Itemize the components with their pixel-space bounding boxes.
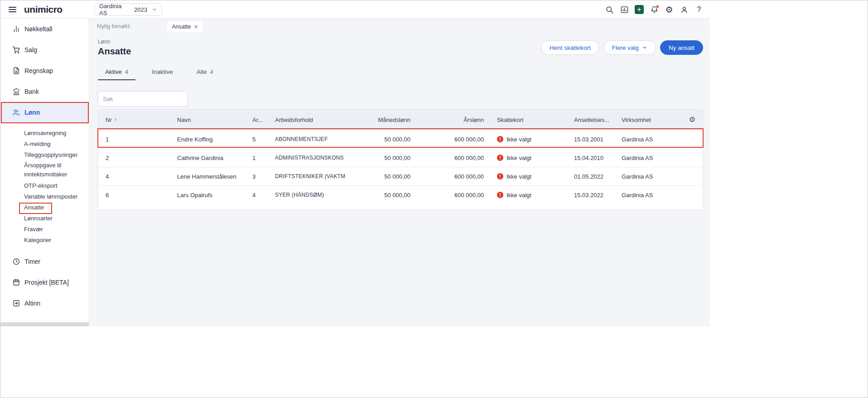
employee-row[interactable]: 6 Lars Opalrufs 4 SYER (HÅNDSØM) 50 000,… [98, 185, 703, 204]
sidebar-item-label: Lønn [24, 109, 40, 116]
tab-count: 4 [125, 68, 129, 75]
app-window: unimicro Gardinia AS 2023 [0, 0, 868, 398]
tab-inaktive[interactable]: Inaktive [145, 68, 180, 80]
tab-alle[interactable]: Alle4 [189, 68, 221, 80]
submenu-item-fravaer[interactable]: Fravær [0, 223, 89, 234]
sidebar-item-prosjekt[interactable]: Prosjekt [BETA] [0, 272, 89, 293]
bank-icon [12, 87, 20, 96]
employee-row[interactable]: 2 Cathrine Gardinia 1 ADMINISTRASJONSKON… [98, 148, 703, 167]
notifications-bell-icon[interactable] [650, 5, 659, 14]
sidebar-item-label: Bank [24, 88, 39, 95]
column-header-ar[interactable]: Ar... [252, 116, 275, 123]
error-icon: ! [497, 155, 503, 161]
altinn-icon [12, 299, 20, 307]
submenu-item-otp-eksport[interactable]: OTP-eksport [0, 180, 89, 191]
column-header-arslonn[interactable]: Årslønn [413, 116, 486, 123]
settings-gear-icon[interactable]: ⚙ [665, 5, 674, 14]
sidebar-item-label: Regnskap [24, 67, 53, 74]
sort-asc-icon: ↑ [114, 117, 117, 123]
page-title: Ansatte [98, 46, 131, 57]
user-profile-icon[interactable] [680, 5, 689, 14]
column-header-arbeidsforhold[interactable]: Arbeidsforhold [275, 116, 359, 123]
sidebar-item-altinn[interactable]: Altinn [0, 293, 89, 314]
filter-icon[interactable] [187, 92, 188, 106]
tab-count: 4 [210, 68, 213, 75]
column-header-skattekort[interactable]: Skattekort [486, 116, 565, 123]
submenu-item-lonnsavregning[interactable]: Lønnsavregning [0, 127, 89, 138]
employees-table: Nr↑ Navn Ar... Arbeidsforhold Månedslønn… [98, 109, 703, 210]
tab-aktive[interactable]: Aktive4 [98, 68, 135, 80]
sidebar-item-label: Prosjekt [BETA] [24, 279, 69, 286]
submenu-item-tilleggsopplysninger[interactable]: Tilleggsopplysninger [0, 149, 89, 160]
ledger-icon [12, 67, 20, 75]
clock-icon [12, 257, 20, 266]
sidebar-item-label: Salg [24, 46, 37, 53]
recent-tab-ansatte[interactable]: Ansatte × [167, 21, 203, 32]
column-header-navn[interactable]: Navn [177, 116, 252, 123]
sidebar-scrollbar[interactable] [0, 322, 89, 326]
cart-icon [12, 46, 20, 54]
topbar-icons: ⚙ ? [605, 0, 704, 19]
submenu-item-variable-lonnsposter[interactable]: Variable lønnsposter [0, 191, 89, 202]
notification-badge [656, 5, 659, 8]
column-header-manedslonn[interactable]: Månedslønn [359, 116, 413, 123]
search-input[interactable] [98, 96, 187, 102]
flere-valg-button[interactable]: Flere valg [603, 40, 656, 55]
main-area: Nylig besøkt: Ansatte × Lønn Ansatte Hen… [89, 19, 710, 326]
app-logo: unimicro [24, 4, 63, 15]
hent-skattekort-button[interactable]: Hent skattekort [541, 40, 599, 55]
bar-chart-icon [12, 25, 20, 33]
company-selector[interactable]: Gardinia AS 2023 [94, 3, 162, 16]
column-settings-gear-icon[interactable]: ⚙ [689, 116, 695, 123]
submenu-item-lonnsarter[interactable]: Lønnsarter [0, 213, 89, 223]
submenu-item-arsoppgave[interactable]: Årsoppgave til inntektsmottaker [0, 160, 89, 180]
page-header: Lønn Ansatte Hent skattekort Flere valg … [98, 39, 703, 57]
submenu-item-ansatte[interactable]: Ansatte [0, 202, 89, 213]
submenu-item-kategorier[interactable]: Kategorier [0, 234, 89, 245]
sidebar: Nøkkeltall Salg Regnskap Bank Lønn Lønns… [0, 19, 89, 326]
recently-visited-label: Nylig besøkt: [97, 23, 131, 29]
lonn-submenu: Lønnsavregning A-melding Tilleggsopplysn… [0, 127, 89, 245]
reports-icon[interactable] [620, 5, 629, 14]
sidebar-item-label: Nøkkeltall [24, 25, 52, 33]
ny-ansatt-button[interactable]: Ny ansatt [660, 40, 703, 55]
top-bar: unimicro Gardinia AS 2023 [0, 0, 710, 19]
chevron-down-icon [152, 7, 157, 12]
error-icon: ! [497, 173, 503, 180]
hamburger-menu-icon[interactable] [9, 7, 16, 12]
employee-row[interactable]: 1 Endre Koffing 5 ABONNEMENTSJEF 50 000,… [98, 130, 703, 148]
project-icon [12, 278, 20, 286]
help-icon[interactable]: ? [694, 5, 704, 14]
search-box [98, 91, 188, 107]
add-new-icon[interactable] [635, 5, 644, 14]
sidebar-item-salg[interactable]: Salg [0, 39, 89, 60]
plus-icon [635, 5, 644, 14]
company-name: Gardinia AS [99, 3, 130, 16]
submenu-item-a-melding[interactable]: A-melding [0, 138, 89, 149]
column-header-nr[interactable]: Nr↑ [106, 116, 177, 123]
sidebar-item-regnskap[interactable]: Regnskap [0, 60, 89, 81]
sidebar-item-timer[interactable]: Timer [0, 251, 89, 272]
filter-tabs: Aktive4 Inaktive Alle4 [98, 68, 703, 80]
error-icon: ! [497, 136, 503, 142]
sidebar-item-bank[interactable]: Bank [0, 81, 89, 102]
employee-row[interactable]: 4 Lene Hammerstålesen 3 DRIFTSTEKNIKER (… [98, 167, 703, 185]
error-icon: ! [497, 192, 503, 198]
recently-visited-bar: Nylig besøkt: Ansatte × [98, 19, 703, 32]
sidebar-item-label: Timer [24, 258, 40, 265]
table-header-row: Nr↑ Navn Ar... Arbeidsforhold Månedslønn… [98, 110, 703, 130]
breadcrumb: Lønn [98, 39, 131, 45]
sidebar-item-nokkeltall[interactable]: Nøkkeltall [0, 19, 89, 39]
recent-tab-label: Ansatte [172, 24, 191, 30]
column-header-virksomhet[interactable]: Virksomhet [612, 116, 680, 123]
column-header-ansettelses[interactable]: Ansettelses... [565, 116, 612, 123]
people-icon [12, 108, 20, 116]
chevron-down-icon [642, 45, 647, 50]
close-icon[interactable]: × [194, 24, 198, 30]
search-icon[interactable] [605, 5, 614, 14]
sidebar-item-label: Altinn [24, 300, 40, 307]
sidebar-item-lonn[interactable]: Lønn [0, 102, 89, 123]
company-year: 2023 [134, 6, 147, 13]
